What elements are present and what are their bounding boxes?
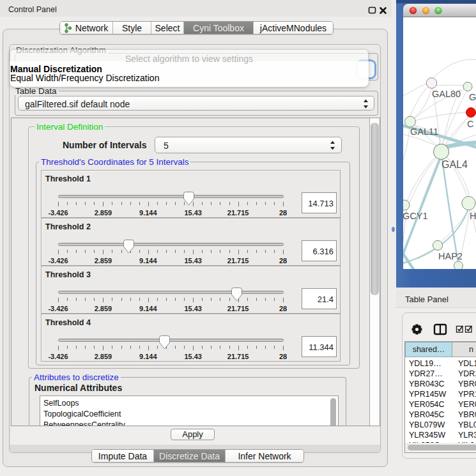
- svg-text:HAP2: HAP2: [438, 251, 463, 261]
- svg-text:GAL11: GAL11: [410, 127, 438, 137]
- svg-text:GAL80: GAL80: [432, 89, 461, 99]
- svg-text:GCY1: GCY1: [403, 211, 428, 221]
- svg-text:C: C: [467, 119, 473, 129]
- svg-text:GA: GA: [469, 92, 476, 102]
- svg-text:GAL4: GAL4: [441, 159, 468, 170]
- svg-text:H: H: [470, 211, 476, 221]
